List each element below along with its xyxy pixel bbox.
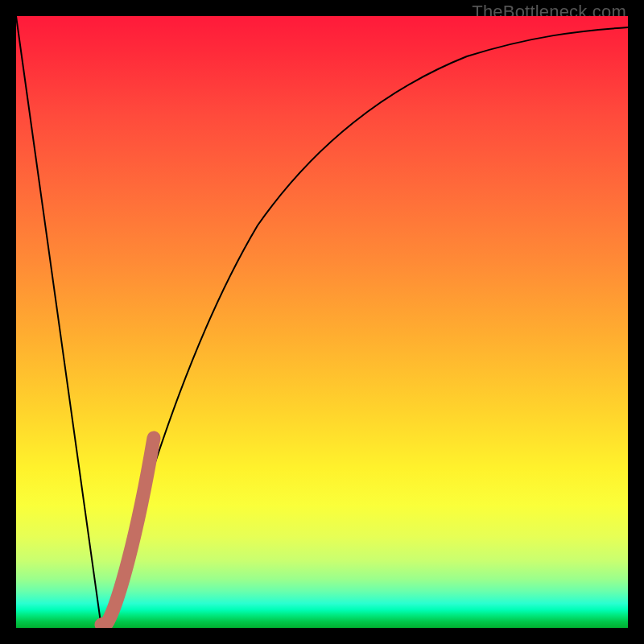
bottleneck-curve (16, 16, 628, 628)
curve-layer (16, 16, 628, 628)
highlight-segment (101, 438, 154, 625)
plot-area (16, 16, 628, 628)
chart-frame: TheBottleneck.com (0, 0, 644, 644)
